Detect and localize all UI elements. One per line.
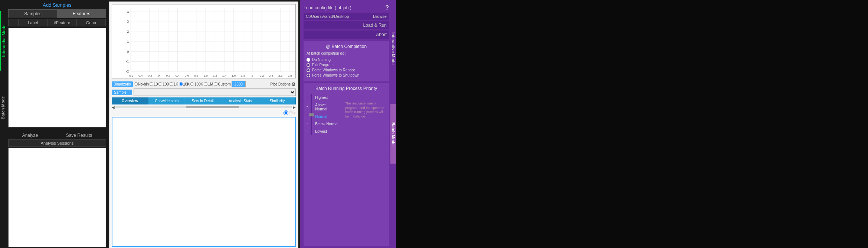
svg-text:0.6: 0.6 [185, 74, 189, 77]
middle-panel: 4 3 2 1 0 -1 -2 -0.6 -0.4 -0.2 0 0.2 0.4… [109, 1, 298, 248]
svg-text:-2: -2 [126, 70, 129, 73]
tab-overview[interactable]: Overview [112, 97, 148, 104]
radio-do-nothing-circle [307, 58, 310, 62]
priority-names: Highest Above Normal Normal Below Normal… [315, 94, 338, 135]
tab-analysis-stats[interactable]: Analysis Stats [222, 97, 259, 104]
svg-text:0: 0 [127, 50, 129, 54]
far-right-dark-area [396, 0, 868, 248]
svg-text:2: 2 [252, 74, 253, 77]
abort-button[interactable]: Abort [304, 30, 389, 39]
tab-samples[interactable]: Samples [9, 10, 57, 18]
slider-thumb[interactable] [309, 113, 314, 116]
priority-normal: Normal [315, 115, 338, 119]
svg-text:0.8: 0.8 [194, 74, 199, 77]
chart-area: 4 3 2 1 0 -1 -2 -0.6 -0.4 -0.2 0 0.2 0.4… [112, 4, 296, 78]
priority-dashes: - - - - - [307, 94, 308, 135]
svg-text:2: 2 [127, 30, 129, 33]
analyze-button[interactable]: Analyze [22, 133, 38, 138]
browse-button[interactable]: Browse [373, 14, 387, 19]
interactive-mode-label-left: Interactive Mode [0, 11, 7, 71]
batch-completion-title: @ Batch Completion [307, 44, 386, 49]
save-results-button[interactable]: Save Results [66, 133, 92, 138]
scroll-thumb[interactable] [186, 106, 239, 108]
priority-highest: Highest [315, 96, 338, 100]
binarization-row: Binarizatio No-bin 10 100 1K 10K [112, 81, 296, 87]
interactive-mode-label-right-side: Interactive Mode [390, 22, 396, 74]
chart-svg: 4 3 2 1 0 -1 -2 -0.6 -0.4 -0.2 0 0.2 0.4… [112, 4, 295, 78]
custom-value-input[interactable] [232, 81, 246, 87]
priority-lowest: Lowest [315, 129, 338, 133]
plot-output-area [112, 117, 296, 247]
svg-text:-0.6: -0.6 [128, 74, 133, 77]
controls-area: Binarizatio No-bin 10 100 1K 10K [109, 79, 298, 97]
batch-priority-title: Batch Running Process Priority [307, 86, 386, 91]
plot-options-label: Plot Options [271, 82, 291, 86]
left-panel: Interactive Mode Batch Mode Add Samples … [0, 0, 108, 248]
tab-chr-wide-stats[interactable]: Chr-wide stats [148, 97, 185, 104]
svg-text:1: 1 [127, 40, 129, 44]
radio-100[interactable]: 100 [158, 82, 169, 86]
radio-force-reboot[interactable]: Force Windows to Reboot [307, 68, 386, 72]
col-checkbox [9, 19, 19, 26]
samples-table-header: Label #Feature Geno [8, 19, 106, 26]
dash-highest: - [307, 96, 308, 100]
dash-above-normal: - [307, 104, 308, 108]
scroll-track[interactable] [115, 106, 292, 108]
help-button[interactable]: ? [385, 4, 389, 11]
scroll-right-arrow[interactable]: ▶ [293, 105, 296, 109]
binarization-label: Binarizatio [112, 81, 133, 87]
dash-normal: - [307, 113, 308, 117]
load-config-title: Load config file ( at-job ) [304, 5, 351, 10]
plot-radio[interactable] [284, 110, 288, 115]
radio-custom[interactable]: Custom [214, 82, 230, 86]
samples-features-tabbar: Samples Features [8, 9, 106, 18]
svg-text:2.8: 2.8 [288, 74, 292, 77]
tab-sets-in-details[interactable]: Sets in Details [185, 97, 222, 104]
svg-text:0: 0 [158, 74, 160, 77]
radio-10k[interactable]: 10K [179, 82, 190, 86]
svg-text:0.4: 0.4 [176, 74, 180, 77]
dash-below-normal: - [307, 121, 308, 125]
priority-slider[interactable] [311, 94, 312, 135]
dash-lowest: - [307, 129, 308, 133]
path-browse-row: C:\Users\Vahid\Desktop Browse [304, 13, 389, 20]
radio-force-shutdown[interactable]: Force Windows to Shutdown [307, 73, 386, 77]
radio-10[interactable]: 10 [150, 82, 158, 86]
svg-text:1.6: 1.6 [232, 74, 236, 77]
radio-force-reboot-label: Force Windows to Reboot [312, 68, 355, 72]
horizontal-scrollbar[interactable]: ◀ ▶ [112, 105, 296, 109]
svg-text:3: 3 [127, 20, 129, 24]
plot-options-button[interactable]: Plot Options ⚙ [271, 81, 296, 87]
right-panel-content: Load config file ( at-job ) ? C:\Users\V… [300, 0, 396, 248]
svg-text:2.6: 2.6 [278, 74, 283, 77]
tab-features[interactable]: Features [57, 10, 106, 18]
priority-description: The response time of program, and the sp… [345, 102, 386, 135]
svg-text:1.0: 1.0 [203, 74, 208, 77]
radio-force-shutdown-circle [307, 74, 310, 77]
load-config-header: Load config file ( at-job ) ? [304, 2, 389, 13]
tab-similarity[interactable]: Similarity [259, 97, 296, 104]
analysis-sessions-header: Analysis Sessions [8, 139, 106, 147]
radio-do-nothing[interactable]: Do Nothing [307, 58, 386, 62]
svg-text:-0.2: -0.2 [147, 74, 152, 77]
radio-1m[interactable]: 1M [204, 82, 213, 86]
radio-1k[interactable]: 1K [170, 82, 178, 86]
radio-exit-program[interactable]: Exit Program [307, 63, 386, 67]
radio-100k[interactable]: 100K [190, 82, 203, 86]
batch-priority-section: Batch Running Process Priority - - - - - [304, 83, 389, 246]
plot-radio-label: Plot [289, 111, 296, 115]
scroll-left-arrow[interactable]: ◀ [112, 105, 115, 109]
priority-slider-area: - - - - - Highest Above Normal Normal B [307, 94, 386, 135]
analyze-save-bar: Analyze Save Results [7, 131, 108, 139]
svg-text:2.2: 2.2 [260, 74, 264, 77]
gear-icon: ⚙ [291, 81, 296, 87]
svg-text:4: 4 [127, 10, 129, 14]
right-interactive-panel: Load config file ( at-job ) ? C:\Users\V… [300, 0, 396, 248]
sample-select[interactable] [134, 88, 296, 96]
radio-no-bin[interactable]: No-bin [134, 82, 149, 86]
samples-table-body [8, 28, 106, 128]
radio-exit-program-circle [307, 63, 310, 67]
sample-label: Sample [112, 90, 132, 95]
svg-text:1.8: 1.8 [241, 74, 245, 77]
load-run-button[interactable]: Load & Run [304, 21, 389, 29]
